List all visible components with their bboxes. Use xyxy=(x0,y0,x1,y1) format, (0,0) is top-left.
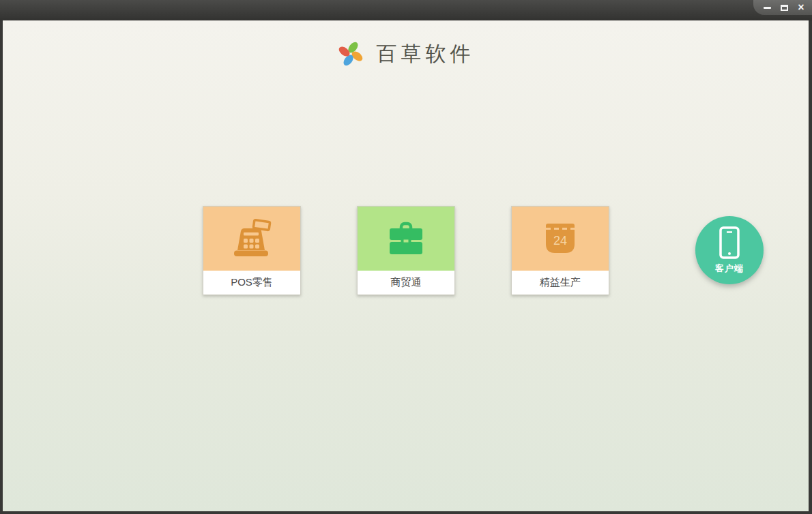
close-icon: × xyxy=(798,2,804,13)
minimize-icon xyxy=(764,7,771,9)
pinwheel-logo-icon xyxy=(337,40,364,67)
titlebar: × xyxy=(0,0,812,20)
trade-tile xyxy=(358,207,454,271)
briefcase-icon xyxy=(385,222,427,256)
maximize-icon xyxy=(781,5,788,11)
app-title: 百草软件 xyxy=(377,40,475,68)
product-card-pos[interactable]: POS零售 xyxy=(203,206,301,295)
client-button-label: 客户端 xyxy=(715,262,744,275)
product-card-lean[interactable]: 24 精益生产 xyxy=(511,206,609,295)
calendar-icon: 24 xyxy=(543,222,577,256)
close-button[interactable]: × xyxy=(796,2,807,13)
lean-tile: 24 xyxy=(512,207,609,271)
calendar-day-number: 24 xyxy=(553,234,567,247)
product-card-trade[interactable]: 商贸通 xyxy=(357,206,455,295)
main-content: 百草软件 POS零售 xyxy=(3,20,809,511)
maximize-button[interactable] xyxy=(779,2,789,13)
cash-register-icon xyxy=(229,219,274,258)
minimize-button[interactable] xyxy=(762,2,772,13)
trade-label: 商贸通 xyxy=(358,271,454,294)
brand-header: 百草软件 xyxy=(3,38,809,70)
lean-label: 精益生产 xyxy=(512,271,609,294)
pos-label: POS零售 xyxy=(203,271,300,294)
smartphone-icon xyxy=(719,226,740,259)
client-button[interactable]: 客户端 xyxy=(695,216,764,284)
pos-tile xyxy=(203,207,300,271)
window-controls: × xyxy=(753,0,812,15)
